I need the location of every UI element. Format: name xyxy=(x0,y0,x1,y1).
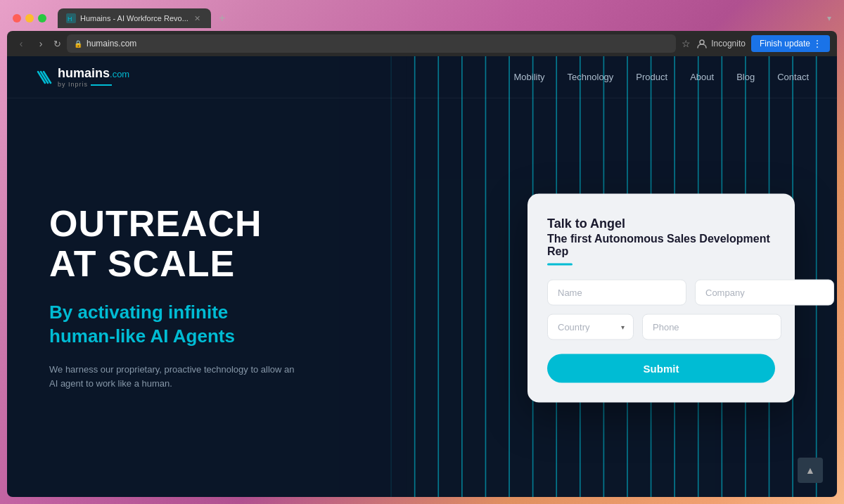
nav-about[interactable]: About xyxy=(690,72,714,82)
phone-input[interactable] xyxy=(642,314,781,340)
logo-name: humains xyxy=(58,66,110,81)
url-bar[interactable]: 🔒 humains.com xyxy=(67,34,676,53)
incognito-label: Incognito xyxy=(711,39,746,49)
bookmark-icon[interactable]: ☆ xyxy=(682,38,691,49)
svg-text:H: H xyxy=(68,15,72,22)
finish-update-button[interactable]: Finish update ⋮ xyxy=(751,35,830,52)
site-logo[interactable]: humains .com by Inpris xyxy=(35,66,129,88)
nav-links: Mobility Technology Product About Blog C… xyxy=(514,72,810,82)
reload-button[interactable]: ↻ xyxy=(53,39,61,49)
address-bar: ‹ › ↻ 🔒 humains.com ☆ Incognito Finish u… xyxy=(7,31,837,56)
scroll-to-top-button[interactable]: ▲ xyxy=(798,458,823,483)
nav-technology[interactable]: Technology xyxy=(568,72,614,82)
incognito-button[interactable]: Incognito xyxy=(696,38,746,49)
contact-form-card: Talk to Angel The first Autonomous Sales… xyxy=(528,193,795,402)
tabs-area: H Humains - AI Workforce Revo... ✕ + ▾ xyxy=(58,8,831,28)
submit-button[interactable]: Submit xyxy=(547,354,775,382)
logo-byinpris: by Inpris xyxy=(58,81,88,88)
website-content: humains .com by Inpris Mobility Technolo… xyxy=(7,56,837,497)
form-title: Talk to Angel xyxy=(547,216,775,231)
logo-com: .com xyxy=(110,69,129,79)
close-button[interactable] xyxy=(13,14,21,22)
hero-subtitle: By activating infinite human-like AI Age… xyxy=(49,301,302,349)
logo-icon xyxy=(35,67,55,87)
forward-button[interactable]: › xyxy=(34,38,48,49)
country-select-wrapper: Country United States United Kingdom Can… xyxy=(547,314,634,340)
logo-text: humains .com by Inpris xyxy=(58,66,129,88)
form-subtitle: The first Autonomous Sales Development R… xyxy=(547,232,775,257)
site-navigation: humains .com by Inpris Mobility Technolo… xyxy=(7,56,837,98)
form-row-2: Country United States United Kingdom Can… xyxy=(547,314,775,340)
form-accent-line xyxy=(547,263,573,265)
form-row-1 xyxy=(547,279,775,305)
maximize-button[interactable] xyxy=(38,14,46,22)
hero-section: OUTREACH AT SCALE By activating infinite… xyxy=(7,98,837,497)
title-bar: H Humains - AI Workforce Revo... ✕ + ▾ xyxy=(7,6,837,31)
tab-close-icon[interactable]: ✕ xyxy=(193,13,203,23)
active-tab[interactable]: H Humains - AI Workforce Revo... ✕ xyxy=(58,8,211,28)
tab-title: Humains - AI Workforce Revo... xyxy=(80,14,188,22)
tab-favicon-icon: H xyxy=(66,13,76,23)
incognito-icon xyxy=(696,38,708,49)
hero-description: We harness our proprietary, proactive te… xyxy=(49,363,302,392)
svg-point-2 xyxy=(700,40,704,44)
nav-mobility[interactable]: Mobility xyxy=(514,72,545,82)
logo-underline xyxy=(91,84,112,86)
nav-product[interactable]: Product xyxy=(636,72,667,82)
company-input[interactable] xyxy=(695,279,834,305)
new-tab-button[interactable]: + xyxy=(214,10,231,27)
back-button[interactable]: ‹ xyxy=(14,38,28,49)
hero-title: OUTREACH AT SCALE xyxy=(49,204,302,284)
browser-chrome: H Humains - AI Workforce Revo... ✕ + ▾ ‹… xyxy=(0,0,844,504)
nav-blog[interactable]: Blog xyxy=(736,72,755,82)
minimize-button[interactable] xyxy=(25,14,34,22)
name-input[interactable] xyxy=(547,279,686,305)
url-text: humains.com xyxy=(87,39,136,49)
nav-contact[interactable]: Contact xyxy=(777,72,809,82)
lock-icon: 🔒 xyxy=(74,40,82,48)
finish-update-menu-icon: ⋮ xyxy=(813,39,821,49)
traffic-lights xyxy=(13,14,46,22)
hero-content: OUTREACH AT SCALE By activating infinite… xyxy=(49,204,302,392)
country-select[interactable]: Country United States United Kingdom Can… xyxy=(548,314,633,339)
tabs-chevron-icon: ▾ xyxy=(827,13,831,23)
